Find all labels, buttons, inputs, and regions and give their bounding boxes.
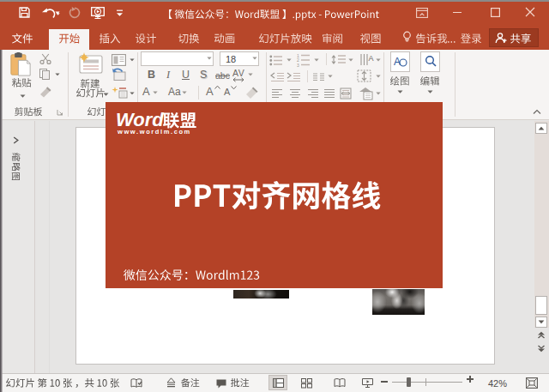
- svg-text:A: A: [369, 54, 374, 63]
- svg-text:3: 3: [297, 63, 299, 68]
